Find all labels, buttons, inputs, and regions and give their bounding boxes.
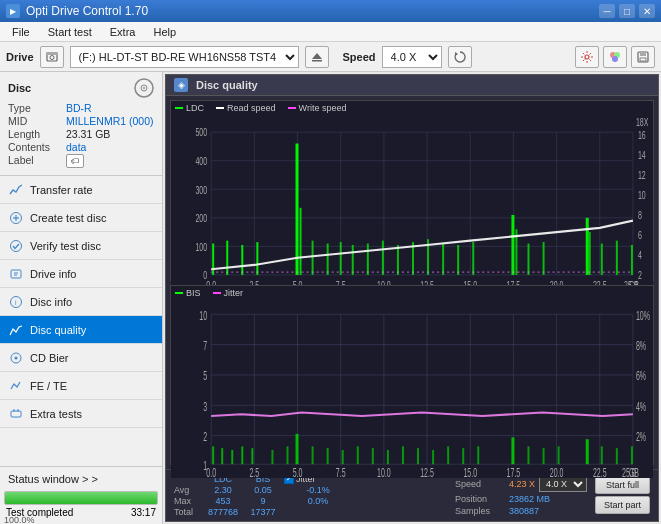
disc-contents-label: Contents [8,141,66,153]
nav-label-transfer-rate: Transfer rate [30,184,93,196]
svg-text:3: 3 [203,399,207,413]
nav-item-disc-quality[interactable]: Disc quality [0,316,162,344]
svg-rect-153 [342,449,344,463]
svg-rect-144 [221,448,223,464]
svg-text:GB: GB [629,465,639,478]
nav-item-cd-bier[interactable]: CD Bier [0,344,162,372]
position-label: Position [455,494,505,504]
nav-item-drive-info[interactable]: Drive info [0,260,162,288]
progress-bar-fill [5,492,157,504]
progress-bar-container [4,491,158,505]
svg-point-19 [11,240,22,251]
svg-rect-27 [11,411,21,417]
total-label: Total [174,507,202,517]
status-window-button[interactable]: Status window > > [0,467,162,491]
svg-text:2: 2 [203,429,207,443]
svg-rect-4 [312,60,322,62]
menu-file[interactable]: File [4,24,38,40]
svg-text:5: 5 [203,369,207,383]
eject-button[interactable] [305,46,329,68]
nav-item-verify-test-disc[interactable]: Verify test disc [0,232,162,260]
drive-info-icon [8,266,24,282]
legend-bis: BIS [175,288,201,298]
svg-rect-96 [543,242,545,275]
legend-ldc: LDC [175,103,204,113]
extra-tests-icon [8,406,24,422]
disc-quality-icon [8,322,24,338]
refresh-button[interactable] [448,46,472,68]
svg-rect-92 [472,242,474,275]
nav-label-create-test-disc: Create test disc [30,212,106,224]
svg-rect-164 [527,446,529,464]
svg-rect-76 [226,241,228,275]
disc-contents-value: data [66,141,86,153]
nav-item-create-test-disc[interactable]: Create test disc [0,204,162,232]
nav-item-transfer-rate[interactable]: Transfer rate [0,176,162,204]
nav-item-disc-info[interactable]: i Disc info [0,288,162,316]
disc-length-value: 23.31 GB [66,128,110,140]
nav-label-cd-bier: CD Bier [30,352,69,364]
svg-rect-90 [442,244,444,275]
toolbar: Drive (F:) HL-DT-ST BD-RE WH16NS58 TST4 … [0,42,661,72]
menu-help[interactable]: Help [145,24,184,40]
svg-text:10.0: 10.0 [377,465,391,478]
nav-item-extra-tests[interactable]: Extra tests [0,400,162,428]
svg-rect-165 [543,448,545,464]
max-label: Max [174,496,202,506]
speed-selector[interactable]: 4.0 X [382,46,442,68]
menu-start-test[interactable]: Start test [40,24,100,40]
svg-rect-84 [352,245,354,275]
svg-text:500: 500 [195,127,207,139]
svg-text:12: 12 [638,170,646,182]
speed-stat-val: 4.23 X [509,479,535,489]
disc-quality-title: Disc quality [196,79,258,91]
disc-label-icon: 🏷 [66,154,84,168]
disc-quality-panel: ◈ Disc quality LDC Read speed [165,74,659,522]
svg-text:6%: 6% [636,369,646,383]
legend-jitter: Jitter [213,288,244,298]
svg-rect-81 [312,241,314,275]
svg-text:2.5: 2.5 [249,465,259,478]
disc-length-label: Length [8,128,66,140]
disc-info-icon: i [8,294,24,310]
drive-icon-button[interactable] [40,46,64,68]
minimize-button[interactable]: ─ [599,4,615,18]
start-part-button[interactable]: Start part [595,496,650,514]
legend-read-speed: Read speed [216,103,276,113]
svg-text:17.5: 17.5 [507,465,521,478]
svg-text:300: 300 [195,184,207,196]
menu-extra[interactable]: Extra [102,24,144,40]
svg-rect-143 [212,446,214,464]
disc-section-icon [134,78,154,98]
samples-val: 380887 [509,506,539,516]
svg-rect-11 [640,52,646,56]
app-icon: ▶ [6,4,20,18]
color-button[interactable] [603,46,627,68]
close-button[interactable]: ✕ [639,4,655,18]
svg-point-26 [15,356,18,359]
svg-rect-169 [616,448,618,464]
save-button[interactable] [631,46,655,68]
svg-text:18X: 18X [636,117,649,129]
svg-rect-159 [432,449,434,463]
read-speed-color-dot [216,107,224,109]
jitter-color-dot [213,292,221,294]
svg-marker-5 [455,52,458,56]
svg-rect-79 [296,144,299,275]
svg-text:8: 8 [638,210,642,222]
svg-text:100: 100 [195,241,207,253]
verify-test-disc-icon [8,238,24,254]
nav-item-fe-te[interactable]: FE / TE [0,372,162,400]
drive-selector[interactable]: (F:) HL-DT-ST BD-RE WH16NS58 TST4 [70,46,299,68]
app-title: Opti Drive Control 1.70 [26,4,148,18]
settings-button[interactable] [575,46,599,68]
svg-rect-83 [340,242,342,275]
disc-length-row: Length 23.31 GB [8,128,154,140]
svg-rect-97 [586,218,589,275]
nav-label-disc-info: Disc info [30,296,72,308]
svg-rect-157 [402,446,404,464]
nav-label-disc-quality: Disc quality [30,324,86,336]
main-layout: Disc Type BD-R MID MILLENMR1 (000) Lengt… [0,72,661,524]
maximize-button[interactable]: □ [619,4,635,18]
disc-quality-header: ◈ Disc quality [166,75,658,96]
